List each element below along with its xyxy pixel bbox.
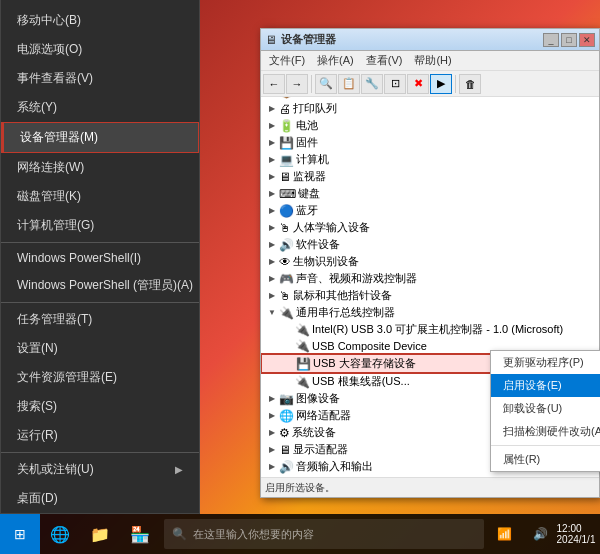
tree-expand-icon[interactable]: ▶ [265,238,279,252]
taskbar-icon-volume[interactable]: 🔊 [524,519,556,549]
toolbar-sep2 [455,75,456,93]
tree-item[interactable]: ▶🔋电池 [261,117,599,134]
tree-node-icon: 🔵 [279,204,294,218]
rcm-item-enable[interactable]: 启用设备(E) [491,374,600,397]
tree-node-icon: 🔌 [295,323,310,337]
tree-item[interactable]: ▶🔵蓝牙 [261,202,599,219]
tree-expand-icon[interactable]: ▶ [265,136,279,150]
tree-item[interactable]: ▼🔌通用串行总线控制器 [261,304,599,321]
search-icon: 🔍 [172,527,187,541]
tree-expand-icon[interactable]: ▶ [265,426,279,440]
maximize-button[interactable]: □ [561,33,577,47]
tree-item[interactable]: ▶🎮声音、视频和游戏控制器 [261,270,599,287]
tree-expand-icon[interactable]: ▶ [265,102,279,116]
toolbar-btn-update[interactable]: 🔧 [361,74,383,94]
menu-文件F[interactable]: 文件(F) [263,51,311,70]
rcm-item-update[interactable]: 更新驱动程序(P) [491,351,600,374]
menu-item-system[interactable]: 系统(Y) [1,93,199,122]
menu-item-explorer[interactable]: 文件资源管理器(E) [1,363,199,392]
tree-expand-icon[interactable]: ▶ [265,153,279,167]
tree-expand-icon [281,375,295,389]
tree-item[interactable]: ▶🖨打印队列 [261,100,599,117]
menu-item-run[interactable]: 运行(R) [1,421,199,450]
menu-item-network[interactable]: 网络连接(W) [1,153,199,182]
taskbar-icon-network[interactable]: 📶 [488,519,520,549]
toolbar-btn-enable[interactable]: ▶ [430,74,452,94]
menu-item-settings[interactable]: 设置(N) [1,334,199,363]
menu-item-label: 桌面(D) [17,490,58,507]
tree-node-icon: 🖨 [279,102,291,116]
start-button[interactable]: ⊞ [0,514,40,554]
toolbar-btn-forward[interactable]: → [286,74,308,94]
toolbar-btn-back[interactable]: ← [263,74,285,94]
tree-expand-icon[interactable]: ▶ [265,170,279,184]
toolbar-btn-rollback[interactable]: ⊡ [384,74,406,94]
tree-node-icon: 📷 [279,392,294,406]
tree-item[interactable]: ▶👁生物识别设备 [261,253,599,270]
toolbar-btn-disable[interactable]: ✖ [407,74,429,94]
menu-item-desktop[interactable]: 桌面(D) [1,484,199,513]
menu-操作A[interactable]: 操作(A) [311,51,360,70]
titlebar-controls: _ □ ✕ [543,33,595,47]
menu-帮助H[interactable]: 帮助(H) [408,51,457,70]
tree-expand-icon[interactable]: ▶ [265,460,279,474]
taskbar-icon-edge[interactable]: 🌐 [40,514,80,554]
minimize-button[interactable]: _ [543,33,559,47]
tree-expand-icon[interactable]: ▶ [265,255,279,269]
menu-item-ps[interactable]: Windows PowerShell(I) [1,245,199,271]
status-bar: 启用所选设备。 [261,477,599,497]
menu-item-power[interactable]: 电源选项(O) [1,35,199,64]
menu-item-psadmin[interactable]: Windows PowerShell (管理员)(A) [1,271,199,300]
taskbar-icon-explorer[interactable]: 📁 [80,514,120,554]
rcm-divider [491,445,600,446]
menu-查看V[interactable]: 查看(V) [360,51,409,70]
tree-expand-icon[interactable]: ▶ [265,443,279,457]
titlebar: 🖥 设备管理器 _ □ ✕ [261,29,599,51]
taskbar-icon-store[interactable]: 🏪 [120,514,160,554]
menu-item-disk[interactable]: 磁盘管理(K) [1,182,199,211]
menu-item-label: 事件查看器(V) [17,70,93,87]
tree-expand-icon[interactable]: ▶ [265,392,279,406]
menu-item-shutdown[interactable]: 关机或注销(U)▶ [1,455,199,484]
tree-node-icon: 💾 [279,136,294,150]
taskbar-search-bar[interactable]: 🔍 在这里输入你想要的内容 [164,519,484,549]
rcm-item-uninstall[interactable]: 卸载设备(U) [491,397,600,420]
toolbar-btn-scan[interactable]: 🔍 [315,74,337,94]
menu-item-label: 关机或注销(U) [17,461,94,478]
menu-item-label: 搜索(S) [17,398,57,415]
menu-item-compmgr[interactable]: 计算机管理(G) [1,211,199,240]
tree-item[interactable]: ▶💾固件 [261,134,599,151]
menu-item-label: Windows PowerShell (管理员)(A) [17,277,193,294]
tree-expand-icon[interactable]: ▶ [265,272,279,286]
tree-expand-icon[interactable]: ▼ [265,306,279,320]
taskbar-clock: 12:002024/1/1 [560,519,592,549]
tree-item[interactable]: ▶🖱人体学输入设备 [261,219,599,236]
tree-expand-icon[interactable]: ▶ [265,119,279,133]
menu-item-taskmgr[interactable]: 任务管理器(T) [1,305,199,334]
tree-item[interactable]: ▶🔊软件设备 [261,236,599,253]
tree-item[interactable]: 🔌Intel(R) USB 3.0 可扩展主机控制器 - 1.0 (Micros… [261,321,599,338]
menu-item-event[interactable]: 事件查看器(V) [1,64,199,93]
rcm-item-props[interactable]: 属性(R) [491,448,600,471]
menu-item-devmgr[interactable]: 设备管理器(M) [1,122,199,153]
tree-expand-icon[interactable]: ▶ [265,97,279,99]
tree-expand-icon[interactable]: ▶ [265,221,279,235]
tree-item[interactable]: ▶🖱鼠标和其他指针设备 [261,287,599,304]
tree-expand-icon[interactable]: ▶ [265,409,279,423]
tree-item[interactable]: ▶⌨键盘 [261,185,599,202]
toolbar-btn-props[interactable]: 📋 [338,74,360,94]
tree-node-icon: 🌐 [279,409,294,423]
menu-bar: 文件(F)操作(A)查看(V)帮助(H) [261,51,599,71]
toolbar-btn-uninstall[interactable]: 🗑 [459,74,481,94]
close-button[interactable]: ✕ [579,33,595,47]
tree-expand-icon[interactable]: ▶ [265,187,279,201]
menu-item-search[interactable]: 搜索(S) [1,392,199,421]
tree-node-label: USB 根集线器(US... [312,374,410,389]
tree-expand-icon[interactable]: ▶ [265,289,279,303]
tree-item[interactable]: ▶🖥监视器 [261,168,599,185]
menu-item-mobility[interactable]: 移动中心(B) [1,6,199,35]
tree-expand-icon[interactable]: ▶ [265,204,279,218]
rcm-item-scan[interactable]: 扫描检测硬件改动(A) [491,420,600,443]
tree-item[interactable]: ▶💻计算机 [261,151,599,168]
menu-item-label: 磁盘管理(K) [17,188,81,205]
